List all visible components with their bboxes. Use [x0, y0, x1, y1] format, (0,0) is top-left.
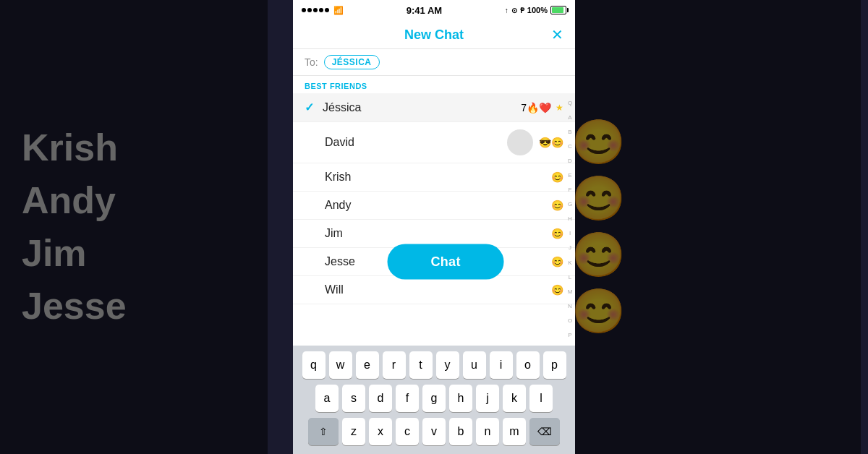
friend-item-jessica[interactable]: ✓ Jéssica 7🔥❤️ ★ [293, 93, 575, 122]
bluetooth-icon: Ᵽ [520, 7, 524, 14]
friend-meta-andy: 😊 [551, 200, 563, 211]
keyboard-row-1: q w e r t y u i o p [296, 351, 572, 379]
key-r[interactable]: r [383, 351, 406, 379]
signal-area: 📶 [302, 6, 344, 15]
keyboard: q w e r t y u i o p a s d f g h j k l ⇧ … [293, 346, 575, 454]
key-i[interactable]: i [490, 351, 513, 379]
key-shift[interactable]: ⇧ [308, 418, 339, 445]
friend-name-andy: Andy [325, 199, 551, 212]
friend-meta-krish: 😊 [551, 171, 563, 183]
key-e[interactable]: e [356, 351, 379, 379]
key-g[interactable]: g [422, 385, 446, 412]
friend-item-david[interactable]: David 😎😊 [293, 122, 575, 163]
background-right: 😊 😊 😊 😊 [550, 0, 861, 454]
battery-percent: 100% [527, 6, 548, 14]
key-v[interactable]: v [422, 418, 446, 445]
key-u[interactable]: u [463, 351, 486, 379]
status-right-area: ↑ ⊙ Ᵽ 100% [505, 6, 566, 14]
key-m[interactable]: m [503, 418, 526, 445]
wifi-icon: 📶 [333, 6, 344, 15]
friend-item-will[interactable]: Will 😊 [293, 276, 575, 304]
key-x[interactable]: x [369, 418, 392, 445]
friend-name-will: Will [325, 283, 551, 296]
to-label: To: [305, 56, 318, 68]
key-f[interactable]: f [396, 385, 419, 412]
friend-item-jesse[interactable]: Jesse 😊 Chat [293, 248, 575, 276]
key-backspace[interactable]: ⌫ [529, 418, 560, 445]
key-w[interactable]: w [329, 351, 352, 379]
avatar-circle-david [507, 129, 533, 155]
friend-meta-jesse: 😊 [551, 256, 563, 267]
section-header-best-friends: BEST FRIENDS [293, 76, 575, 93]
friend-name-jim: Jim [325, 227, 551, 240]
friend-name-jessica: Jéssica [323, 101, 521, 114]
key-n[interactable]: n [476, 418, 499, 445]
recipient-tag[interactable]: JÉSSICA [324, 55, 380, 69]
key-d[interactable]: d [369, 385, 392, 412]
key-y[interactable]: y [436, 351, 459, 379]
friend-list: ✓ Jéssica 7🔥❤️ ★ David 😎😊 Krish 😊 Andy 😊 [293, 93, 575, 346]
friend-item-krish[interactable]: Krish 😊 [293, 163, 575, 192]
key-l[interactable]: l [529, 385, 553, 412]
friend-meta-jim: 😊 [551, 228, 563, 239]
to-field: To: JÉSSICA [293, 49, 575, 76]
check-icon: ✓ [305, 100, 314, 114]
friend-meta-david: 😎😊 [539, 137, 563, 148]
friend-name-krish: Krish [325, 171, 551, 184]
status-bar: 📶 9:41 AM ↑ ⊙ Ᵽ 100% [293, 0, 575, 20]
location-icon: ↑ [505, 7, 509, 14]
friend-meta-jessica: 7🔥❤️ [521, 102, 551, 113]
compass-icon: ⊙ [511, 7, 517, 14]
keyboard-row-3: ⇧ z x c v b n m ⌫ [296, 418, 572, 445]
chat-header: New Chat ✕ [293, 20, 575, 49]
friend-name-david: David [325, 136, 510, 149]
key-p[interactable]: p [543, 351, 566, 379]
star-icon: ★ [556, 103, 563, 113]
key-c[interactable]: c [396, 418, 419, 445]
key-b[interactable]: b [449, 418, 472, 445]
key-a[interactable]: a [315, 385, 339, 412]
background-left: Krish Andy Jim Jesse [0, 0, 268, 454]
close-button[interactable]: ✕ [551, 26, 563, 43]
friend-meta-will: 😊 [551, 284, 563, 296]
key-h[interactable]: h [449, 385, 472, 412]
alphabet-sidebar: Q A B C D E F G H I J K L M N O P [565, 93, 575, 346]
keyboard-row-2: a s d f g h j k l [296, 385, 572, 412]
key-j[interactable]: j [476, 385, 499, 412]
header-title: New Chat [404, 27, 464, 43]
key-k[interactable]: k [503, 385, 526, 412]
battery-fill [552, 7, 563, 13]
key-s[interactable]: s [342, 385, 365, 412]
signal-dots [302, 8, 329, 12]
status-time: 9:41 AM [407, 5, 442, 16]
chat-button[interactable]: Chat [388, 244, 504, 280]
friend-item-andy[interactable]: Andy 😊 [293, 192, 575, 220]
key-t[interactable]: t [409, 351, 433, 379]
key-o[interactable]: o [516, 351, 540, 379]
battery-icon [550, 6, 566, 14]
key-q[interactable]: q [302, 351, 326, 379]
key-z[interactable]: z [342, 418, 365, 445]
phone-container: 📶 9:41 AM ↑ ⊙ Ᵽ 100% New Chat ✕ To: JÉSS… [293, 0, 575, 454]
